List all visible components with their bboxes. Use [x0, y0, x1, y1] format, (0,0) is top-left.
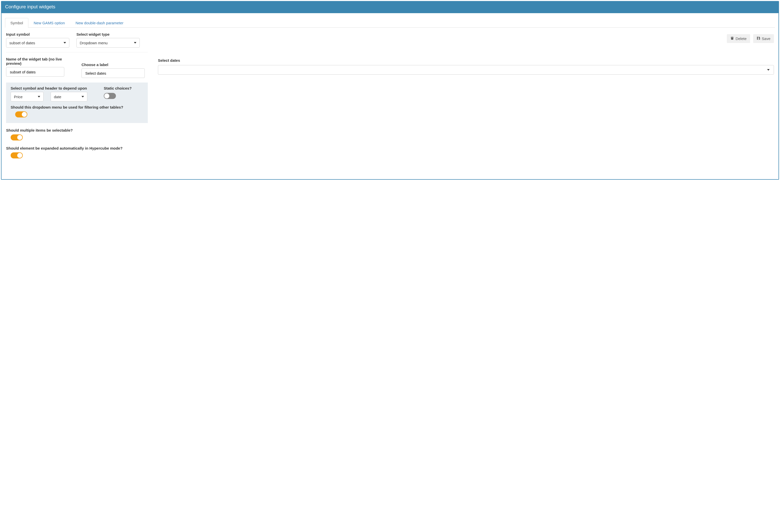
tabs: Symbol New GAMS option New double-dash p… [5, 18, 775, 28]
panel-row-1: Select symbol and header to depend upon … [11, 86, 143, 101]
window-title: Configure input widgets [2, 2, 778, 13]
tab-label: New GAMS option [34, 21, 65, 25]
tab-label: Symbol [10, 21, 23, 25]
row-tabname-label: Name of the widget tab (no live preview)… [6, 57, 148, 78]
label-choose-label: Choose a label [82, 62, 145, 67]
label-widget-type: Select widget type [77, 32, 140, 37]
chevron-down-icon [82, 96, 84, 97]
chevron-down-icon [38, 96, 40, 97]
field-filter-tables: Should this dropdown menu be used for fi… [11, 105, 143, 117]
preview-label: Select dates [158, 58, 180, 62]
select-depend-header[interactable]: date [51, 92, 87, 101]
tab-label: New double-dash parameter [76, 21, 123, 25]
field-static-choices: Static choices? [104, 86, 132, 99]
row-symbol-widget-type: Input symbol subset of dates Select widg… [6, 32, 148, 48]
window-title-text: Configure input widgets [5, 4, 55, 9]
dependency-panel: Select symbol and header to depend upon … [6, 83, 148, 123]
label-static-choices: Static choices? [104, 86, 132, 90]
save-icon [757, 37, 760, 41]
label-auto-expand: Should element be expanded automatically… [6, 146, 148, 150]
chevron-down-icon [134, 42, 136, 44]
select-widget-type-value: Dropdown menu [80, 41, 107, 45]
field-input-symbol: Input symbol subset of dates [6, 32, 69, 48]
save-button[interactable]: Save [753, 34, 774, 43]
preview-area: Select dates [158, 58, 774, 75]
field-widget-type: Select widget type Dropdown menu [77, 32, 140, 48]
tab-new-double-dash-parameter[interactable]: New double-dash parameter [70, 18, 129, 28]
select-depend-symbol-value: Price [14, 95, 22, 99]
select-depend-header-value: date [54, 95, 61, 99]
field-choose-label: Choose a label [82, 57, 145, 78]
field-auto-expand: Should element be expanded automatically… [6, 146, 148, 158]
save-button-label: Save [762, 37, 770, 41]
select-input-symbol[interactable]: subset of dates [6, 38, 69, 48]
field-depend: Select symbol and header to depend upon … [11, 86, 97, 101]
tab-new-gams-option[interactable]: New GAMS option [28, 18, 70, 28]
input-tab-name-wrapper [6, 67, 64, 77]
label-depend: Select symbol and header to depend upon [11, 86, 97, 90]
label-multi-select: Should multiple items be selectable? [6, 128, 148, 132]
toggle-auto-expand[interactable] [11, 152, 23, 158]
chevron-down-icon [63, 42, 66, 44]
divider [6, 52, 148, 52]
window-content: Symbol New GAMS option New double-dash p… [2, 13, 778, 179]
input-choose-label-wrapper [82, 68, 145, 78]
action-bar: Delete Save [158, 32, 774, 43]
configure-widgets-window: Configure input widgets Symbol New GAMS … [1, 1, 779, 180]
label-tab-name: Name of the widget tab (no live preview) [6, 57, 75, 65]
toggle-knob [17, 135, 22, 140]
preview-select-dates[interactable] [158, 65, 774, 75]
toggle-multi-select[interactable] [11, 134, 23, 140]
label-filter-tables: Should this dropdown menu be used for fi… [11, 105, 143, 109]
toggle-knob [22, 112, 27, 117]
select-input-symbol-value: subset of dates [9, 41, 35, 45]
toggle-knob [104, 93, 109, 98]
toggle-knob [17, 153, 22, 158]
main-area: Input symbol subset of dates Select widg… [5, 28, 775, 164]
delete-button[interactable]: Delete [727, 34, 750, 43]
chevron-down-icon [767, 69, 770, 70]
toggle-static-choices[interactable] [104, 93, 116, 99]
depend-selects: Price date [11, 92, 97, 101]
left-column: Input symbol subset of dates Select widg… [6, 32, 148, 164]
right-column: Delete Save Select dates [158, 32, 774, 164]
tab-symbol[interactable]: Symbol [5, 18, 28, 28]
toggle-filter-tables[interactable] [15, 111, 27, 117]
field-multi-select: Should multiple items be selectable? [6, 128, 148, 140]
select-widget-type[interactable]: Dropdown menu [77, 38, 140, 48]
delete-button-label: Delete [735, 37, 746, 41]
trash-icon [730, 37, 734, 41]
input-choose-label[interactable] [85, 71, 142, 76]
field-tab-name: Name of the widget tab (no live preview) [6, 57, 75, 77]
input-tab-name[interactable] [9, 69, 61, 75]
label-input-symbol: Input symbol [6, 32, 69, 37]
select-depend-symbol[interactable]: Price [11, 92, 44, 101]
